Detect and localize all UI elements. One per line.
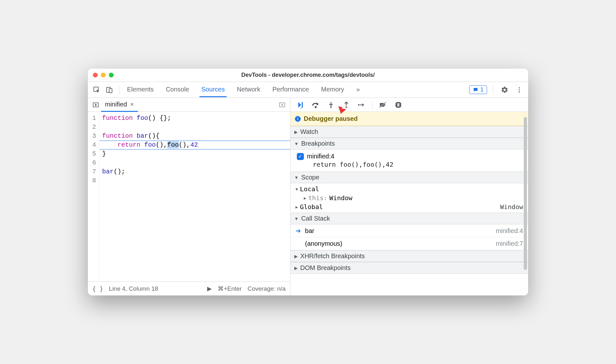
show-navigator-icon[interactable] xyxy=(90,101,101,108)
scope-global[interactable]: ▶ Global Window xyxy=(290,202,528,211)
line-gutter: 12345678 xyxy=(88,112,100,281)
pause-on-exceptions-button[interactable] xyxy=(394,100,403,110)
info-icon: i xyxy=(295,116,301,122)
expand-icon: ▶ xyxy=(294,254,298,259)
section-xhr-breakpoints[interactable]: ▶ XHR/fetch Breakpoints xyxy=(290,250,528,262)
expand-icon: ▶ xyxy=(294,129,298,135)
breakpoints-body: ✓ minified:4 return foo(),foo(),42 xyxy=(290,149,528,171)
collapse-icon: ▼ xyxy=(294,216,299,221)
paused-text: Debugger paused xyxy=(304,115,358,122)
svg-rect-15 xyxy=(397,103,398,106)
breakpoint-label: minified:4 xyxy=(307,153,334,160)
settings-gear-icon[interactable] xyxy=(499,84,510,96)
issues-chip[interactable]: 1 xyxy=(469,85,487,94)
collapse-icon: ▼ xyxy=(296,187,298,192)
window-title: DevTools - developer.chrome.com/tags/dev… xyxy=(88,72,528,78)
deactivate-breakpoints-button[interactable] xyxy=(378,100,388,110)
workspace: minified × 12345678 function foo() {};fu… xyxy=(88,98,528,295)
kebab-menu-icon[interactable] xyxy=(514,84,525,96)
callstack-frame[interactable]: (anonymous)minified:7 xyxy=(290,237,528,250)
window-controls xyxy=(93,73,114,77)
step-out-button[interactable] xyxy=(342,100,351,110)
panel-tabs: Elements Console Sources Network Perform… xyxy=(123,83,362,97)
expand-icon: ▶ xyxy=(294,266,298,271)
run-shortcut: ⌘+Enter xyxy=(218,285,242,292)
callstack-body: ➔barminified:4(anonymous)minified:7 xyxy=(290,224,528,250)
step-over-button[interactable] xyxy=(311,100,320,110)
tab-elements[interactable]: Elements xyxy=(125,83,155,97)
tab-memory[interactable]: Memory xyxy=(319,83,346,97)
debugger-pane: i Debugger paused ▶ Watch ▼ Breakpoints … xyxy=(290,98,528,295)
scope-body: ▼ Local ▶ this: Window ▶ Global Window xyxy=(290,183,528,213)
editor-pane: minified × 12345678 function foo() {};fu… xyxy=(88,98,290,295)
toolbar-divider xyxy=(372,101,372,109)
devtools-window: DevTools - developer.chrome.com/tags/dev… xyxy=(88,69,528,295)
section-watch[interactable]: ▶ Watch xyxy=(290,126,528,138)
file-tab-minified[interactable]: minified × xyxy=(101,98,138,112)
file-tab-name: minified xyxy=(105,101,127,108)
cursor-position: Line 4, Column 18 xyxy=(109,285,158,292)
scrollbar-thumb[interactable] xyxy=(524,117,527,270)
section-scope[interactable]: ▼ Scope xyxy=(290,171,528,183)
device-toggle-icon[interactable] xyxy=(104,84,115,96)
callstack-frame[interactable]: ➔barminified:4 xyxy=(290,224,528,237)
svg-rect-16 xyxy=(398,103,399,106)
code-editor[interactable]: 12345678 function foo() {};function bar(… xyxy=(88,112,290,281)
file-tab-strip: minified × xyxy=(88,98,290,112)
main-toolbar: Elements Console Sources Network Perform… xyxy=(88,82,528,98)
tab-network[interactable]: Network xyxy=(235,83,262,97)
tab-sources[interactable]: Sources xyxy=(199,83,227,97)
svg-rect-2 xyxy=(109,89,112,93)
breakpoint-checkbox[interactable]: ✓ xyxy=(297,153,304,160)
scope-local[interactable]: ▼ Local xyxy=(290,185,528,193)
collapse-icon: ▼ xyxy=(294,141,299,146)
step-button[interactable] xyxy=(357,100,366,110)
svg-point-4 xyxy=(519,89,520,91)
section-breakpoints[interactable]: ▼ Breakpoints xyxy=(290,138,528,149)
step-into-button[interactable] xyxy=(326,100,336,110)
breakpoint-code: return foo(),foo(),42 xyxy=(297,160,523,168)
tab-performance[interactable]: Performance xyxy=(271,83,311,97)
debugger-paused-banner: i Debugger paused xyxy=(290,112,528,126)
svg-point-9 xyxy=(315,106,317,108)
resume-button[interactable] xyxy=(296,100,305,110)
toolbar-divider xyxy=(119,85,119,94)
issues-count: 1 xyxy=(480,86,484,93)
svg-point-3 xyxy=(519,87,520,88)
svg-point-12 xyxy=(358,104,359,106)
section-callstack[interactable]: ▼ Call Stack xyxy=(290,213,528,224)
run-snippet-icon[interactable] xyxy=(277,101,288,108)
code-area[interactable]: function foo() {};function bar(){ return… xyxy=(100,112,290,281)
editor-statusbar: { } Line 4, Column 18 ▶ ⌘+Enter Coverage… xyxy=(88,281,290,295)
pretty-print-icon[interactable]: { } xyxy=(92,285,103,292)
scrollbar[interactable] xyxy=(524,117,527,283)
svg-point-5 xyxy=(519,91,520,92)
minimize-window-button[interactable] xyxy=(101,73,106,77)
zoom-window-button[interactable] xyxy=(109,73,114,77)
section-dom-breakpoints[interactable]: ▶ DOM Breakpoints xyxy=(290,262,528,274)
run-play-icon[interactable]: ▶ xyxy=(207,285,212,292)
svg-point-10 xyxy=(330,106,332,108)
tab-more[interactable]: » xyxy=(354,83,362,97)
collapse-icon: ▼ xyxy=(294,175,299,180)
debugger-toolbar xyxy=(290,98,528,112)
breakpoint-item[interactable]: ✓ minified:4 return foo(),foo(),42 xyxy=(290,151,528,170)
svg-rect-8 xyxy=(302,102,303,107)
titlebar: DevTools - developer.chrome.com/tags/dev… xyxy=(88,69,528,82)
close-window-button[interactable] xyxy=(93,73,98,77)
tab-console[interactable]: Console xyxy=(164,83,191,97)
inspect-element-icon[interactable] xyxy=(91,84,102,96)
coverage-label: Coverage: n/a xyxy=(247,285,285,292)
scope-this[interactable]: ▶ this: Window xyxy=(290,193,528,202)
expand-icon: ▶ xyxy=(296,205,298,209)
close-file-tab-icon[interactable]: × xyxy=(130,101,134,108)
svg-point-11 xyxy=(345,106,347,108)
toolbar-divider xyxy=(493,85,493,94)
expand-icon: ▶ xyxy=(304,196,306,200)
